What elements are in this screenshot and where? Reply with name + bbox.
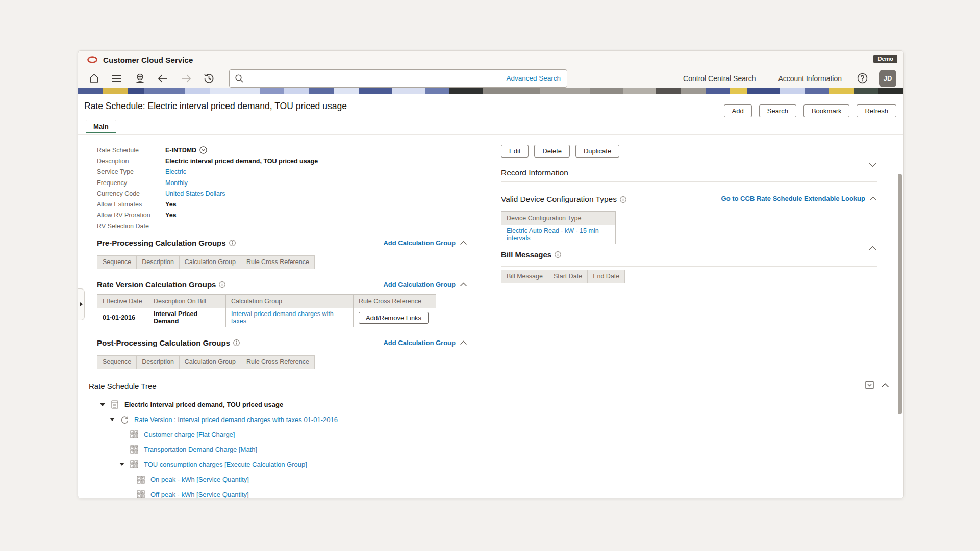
- table-row: Electric Auto Read - kW - 15 min interva…: [501, 225, 616, 244]
- page-actions: Add Search Bookmark Refresh: [724, 104, 896, 117]
- device-configuration-type-link[interactable]: Electric Auto Read - kW - 15 min interva…: [507, 227, 599, 242]
- go-to-ccb-extendable-lookup-link[interactable]: Go to CCB Rate Schedule Extendable Looku…: [721, 195, 865, 202]
- calc-rule-icon: [136, 476, 146, 484]
- rate-schedule-tree-title: Rate Schedule Tree: [89, 382, 157, 390]
- tree-item-calc-rule: On peak - kWh [Service Quantity]: [84, 472, 898, 487]
- field-rate-schedule: Rate Schedule E-INTDMD: [97, 145, 467, 155]
- banner-image-strip: [78, 88, 903, 94]
- info-icon[interactable]: [219, 281, 225, 288]
- add-calculation-group-link[interactable]: Add Calculation Group: [383, 239, 456, 247]
- post-processing-section: Post-Processing Calculation Groups Add C…: [97, 338, 467, 369]
- field-allow-rv-proration: Allow RV Proration Yes: [97, 210, 467, 221]
- tree-item-calc-rule: Customer charge [Flat Charge]: [84, 427, 898, 442]
- device-configuration-types-section: Valid Device Configuration Types Go to C…: [501, 195, 877, 244]
- record-information-section: Record Information: [501, 162, 877, 182]
- tree-item-calc-rule-group: TOU consumption charges [Execute Calcula…: [84, 457, 898, 472]
- back-arrow-icon[interactable]: [155, 71, 170, 86]
- expand-collapse-box-icon[interactable]: [865, 381, 874, 389]
- rate-version-icon: [119, 415, 130, 424]
- field-service-type: Service Type Electric: [97, 167, 467, 177]
- calc-rule-icon: [136, 490, 146, 498]
- rate-schedule-icon: [110, 400, 120, 409]
- bookmark-button[interactable]: Bookmark: [803, 104, 850, 117]
- tab-bar: Main: [78, 119, 903, 135]
- refresh-button[interactable]: Refresh: [857, 104, 896, 117]
- calc-rule-icon: [129, 430, 139, 438]
- bill-messages-table-headers: Bill Message Start Date End Date: [501, 270, 624, 283]
- add-button[interactable]: Add: [724, 104, 752, 117]
- oracle-logo-icon: [87, 56, 98, 63]
- tree-item-rate-version: Rate Version : Interval priced demand ch…: [84, 412, 898, 427]
- search-button[interactable]: Search: [759, 104, 796, 117]
- info-icon[interactable]: [229, 240, 236, 246]
- chevron-up-icon[interactable]: [868, 246, 877, 251]
- record-information-title: Record Information: [501, 168, 568, 177]
- field-description: Description Electric interval priced dem…: [97, 155, 467, 166]
- table-row: 01-01-2016 Interval Priced Demand Interv…: [97, 308, 436, 327]
- tree-caret-icon[interactable]: [98, 403, 107, 406]
- rate-version-section: Rate Version Calculation Groups Add Calc…: [97, 280, 467, 327]
- info-icon[interactable]: [233, 339, 240, 346]
- pre-processing-section: Pre-Processing Calculation Groups Add Ca…: [97, 239, 467, 269]
- account-information-link[interactable]: Account Information: [778, 74, 842, 83]
- advanced-search-link[interactable]: Advanced Search: [506, 74, 561, 82]
- search-icon: [235, 74, 244, 83]
- edit-button[interactable]: Edit: [501, 145, 529, 158]
- chevron-up-icon[interactable]: [460, 340, 467, 345]
- window-header: Customer Cloud Service Demo: [78, 51, 903, 68]
- bill-messages-section: Bill Messages Bill Message Start Date En…: [501, 244, 877, 279]
- record-actions: Edit Delete Duplicate: [501, 145, 619, 158]
- toolbar: Advanced Search Control Central Search A…: [78, 68, 903, 88]
- field-rv-selection-date: RV Selection Date: [97, 221, 467, 231]
- rate-version-table: Effective Date Description On Bill Calcu…: [97, 294, 436, 327]
- chevron-circle-down-icon[interactable]: [199, 146, 207, 154]
- add-calculation-group-link[interactable]: Add Calculation Group: [383, 339, 456, 347]
- info-icon[interactable]: [555, 251, 561, 258]
- tree-item-calc-rule: Transportation Demand Charge [Math]: [84, 442, 898, 457]
- main-content: Rate Schedule E-INTDMD Description Elect…: [78, 135, 903, 498]
- chevron-down-icon[interactable]: [868, 162, 877, 167]
- chevron-up-icon[interactable]: [460, 241, 467, 245]
- calc-rule-icon: [129, 460, 139, 468]
- control-central-search-link[interactable]: Control Central Search: [683, 74, 756, 83]
- rate-schedule-tree-section: Rate Schedule Tree Electric interval pri…: [84, 376, 898, 376]
- help-icon[interactable]: [857, 73, 868, 84]
- delete-button[interactable]: Delete: [534, 145, 570, 158]
- vertical-scrollbar[interactable]: [898, 174, 902, 414]
- field-currency-code: Currency Code United States Dollars: [97, 188, 467, 199]
- add-remove-links-button[interactable]: Add/Remove Links: [359, 312, 429, 324]
- field-frequency: Frequency Monthly: [97, 177, 467, 188]
- app-title: Customer Cloud Service: [103, 56, 193, 64]
- chevron-up-icon[interactable]: [881, 383, 889, 388]
- tree-caret-icon[interactable]: [118, 463, 126, 466]
- expand-right-icon: [80, 302, 83, 306]
- field-allow-estimates: Allow Estimates Yes: [97, 199, 467, 209]
- tree-item-rate-schedule: Electric interval priced demand, TOU pri…: [84, 397, 898, 412]
- demo-badge: Demo: [873, 55, 897, 63]
- user-avatar[interactable]: JD: [879, 70, 896, 87]
- device-configuration-table: Device Configuration Type Electric Auto …: [501, 211, 616, 244]
- person-icon[interactable]: [132, 71, 147, 86]
- chevron-up-icon[interactable]: [460, 282, 467, 287]
- tree-item-calc-rule: Off peak - kWh [Service Quantity]: [84, 487, 898, 498]
- calculation-group-link[interactable]: Interval priced demand charges with taxe…: [231, 310, 334, 325]
- info-icon[interactable]: [620, 196, 626, 203]
- chevron-up-icon[interactable]: [869, 196, 877, 201]
- history-icon[interactable]: [201, 71, 216, 86]
- page-title: Rate Schedule: Electric interval priced …: [84, 101, 347, 112]
- tab-main[interactable]: Main: [86, 120, 116, 133]
- menu-icon[interactable]: [109, 71, 124, 86]
- forward-arrow-icon[interactable]: [178, 71, 193, 86]
- rate-schedule-details: Rate Schedule E-INTDMD Description Elect…: [97, 145, 467, 231]
- duplicate-button[interactable]: Duplicate: [575, 145, 619, 158]
- home-icon[interactable]: [86, 71, 102, 86]
- add-calculation-group-link[interactable]: Add Calculation Group: [383, 281, 456, 288]
- tree-caret-icon[interactable]: [108, 418, 116, 421]
- pre-processing-table-headers: Sequence Description Calculation Group R…: [97, 255, 467, 269]
- calc-rule-icon: [129, 445, 139, 454]
- post-processing-table-headers: Sequence Description Calculation Group R…: [97, 355, 467, 369]
- side-panel-expand-handle[interactable]: [78, 288, 85, 320]
- app-window: Customer Cloud Service Demo: [78, 50, 904, 498]
